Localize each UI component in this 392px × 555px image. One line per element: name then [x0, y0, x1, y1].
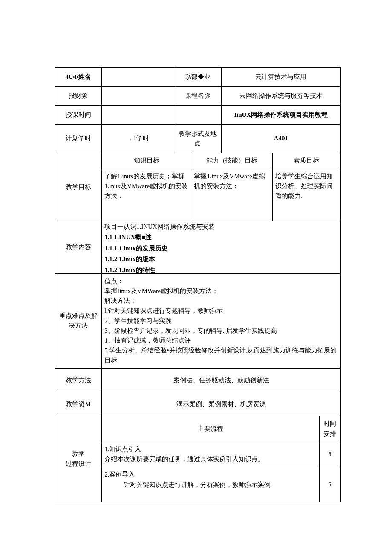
label-teacher-name: 4UΦ姓名	[55, 68, 102, 87]
label-blank-3	[174, 105, 221, 124]
label-teaching-content: 教学内容	[55, 221, 102, 273]
label-audience: 投财象	[55, 87, 102, 105]
label-course-name: 课程名弥	[174, 87, 221, 105]
value-teach-time	[102, 105, 174, 124]
cell-ability-goal: 掌握1.inux及VMware虚拟机的安装方法：	[191, 169, 272, 221]
cell-quality-goal: 培养学生综合运用知识分析、处理实际问遨的能力.	[272, 169, 340, 221]
content-line-2: 1.1 1.INUX概■述	[104, 232, 338, 243]
value-audience	[102, 87, 174, 105]
cell-difficulty: 值点： 掌握Iinux及VMWare虚拟机的安装方法； 解决方法： h针对关键知…	[102, 273, 341, 368]
cell-teaching-content: 项目一认识1.INUX网络操作系统与安装 1.1 1.INUX概■述 1.1.1…	[102, 221, 341, 273]
label-teaching-goal: 教学目标	[55, 153, 102, 221]
value-teacher-name	[102, 68, 174, 87]
label-teaching-resource: 教学资M	[55, 392, 102, 416]
header-ability-goal: 能力（技能）目标	[191, 153, 272, 169]
process-row-2-time: 5	[319, 467, 340, 502]
label-teach-time: 授课时间	[55, 105, 102, 124]
header-main-flow: 主要流程	[102, 416, 320, 442]
header-quality-goal: 素质目标	[272, 153, 340, 169]
label-difficulty: 重点难点及解决方法	[55, 273, 102, 368]
label-process-design: 敦学 过程设计	[55, 416, 102, 502]
content-line-3: 1.1.1 1.inux的发展历史	[104, 243, 338, 254]
header-knowledge-goal: 知识目标	[102, 153, 191, 169]
content-line-4: 1.1.2 1.inux的版本	[104, 254, 338, 265]
cell-knowledge-goal: 了解1.inux的发展历史；掌樨1.inux及VMware虚拟机的安装方法：	[102, 169, 191, 221]
header-time-arrange: 时间安排	[319, 416, 340, 442]
label-plan-hours: 计划学时	[55, 124, 102, 153]
cell-teaching-resource: 演示案例、案例素材、机房费源	[102, 392, 341, 416]
cell-teaching-method: 案例法、任务驱动法、鼓励创新法	[102, 368, 341, 392]
lesson-plan-table: 4UΦ姓名 系部◆业 云计算技术与应用 投财象 课程名弥 云网络操作系统与服芬等…	[55, 67, 341, 502]
value-dept-major: 云计算技术与应用	[221, 68, 340, 87]
content-line-5: 1.1.2 1.inux的特性	[104, 265, 338, 273]
process-row-2-text: 2.案例导入 针对关键知识点进行讲解，分析案例，教师演示案例	[102, 467, 320, 502]
value-plan-hours: ，1学时	[102, 124, 174, 153]
label-teaching-method: 教学方法	[55, 368, 102, 392]
value-course-name: 云网络操作系统与服芬等技术	[221, 87, 340, 105]
value-form-place: A401	[221, 124, 340, 153]
value-textbook: IinUX网络操作系统项目实用教程	[221, 105, 340, 124]
process-row-1-text: 1.知识点引入 介绍本次课所要完成的任务，通过具体实例引入知识点。	[102, 442, 320, 467]
content-line-1: 项目一认识1.INUX网络操作系统与安装	[104, 221, 338, 232]
label-dept-major: 系部◆业	[174, 68, 221, 87]
label-form-place: 教学形式及地点	[174, 124, 221, 153]
process-row-1-time: 5	[319, 442, 340, 467]
